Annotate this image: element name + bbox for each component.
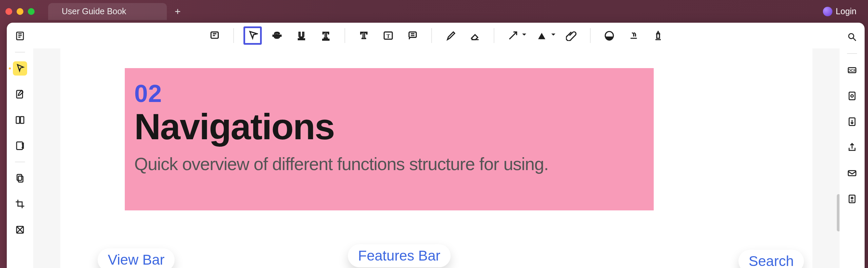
login-button[interactable]: Login	[823, 6, 856, 16]
toolbar-divider	[233, 28, 234, 43]
sidebar-separator	[847, 53, 857, 54]
svg-rect-6	[18, 176, 23, 182]
avatar-icon	[823, 7, 832, 16]
svg-point-16	[851, 197, 853, 199]
traffic-lights	[5, 8, 35, 15]
svg-rect-23	[323, 39, 329, 40]
search-icon[interactable]	[845, 30, 859, 44]
label-features-bar: Features Bar	[348, 244, 451, 267]
toolbar-divider	[494, 28, 494, 43]
bookmark-icon[interactable]	[13, 113, 27, 127]
attachment-icon[interactable]	[562, 26, 580, 45]
attachments-icon[interactable]	[13, 171, 27, 185]
email-icon[interactable]	[845, 166, 859, 180]
login-label: Login	[836, 6, 856, 16]
pencil-icon[interactable]	[441, 26, 460, 45]
redact-icon[interactable]	[649, 26, 667, 45]
page-setup-icon[interactable]	[845, 115, 859, 128]
arrow-icon[interactable]	[504, 26, 522, 45]
svg-rect-3	[20, 117, 24, 123]
ocr-icon[interactable]: OCR	[845, 63, 859, 77]
svg-rect-14	[848, 171, 856, 176]
svg-rect-1	[17, 90, 23, 98]
document-viewport[interactable]: 02 Navigations Quick overview of differe…	[33, 48, 840, 268]
share-icon[interactable]	[845, 141, 859, 154]
svg-text:T: T	[387, 33, 390, 39]
toolbar-divider	[344, 28, 345, 43]
underline-icon[interactable]: U	[292, 26, 311, 45]
chapter-number: 02	[134, 80, 644, 107]
tab-title: User Guide Book	[62, 6, 126, 16]
signature-icon[interactable]	[625, 26, 643, 45]
svg-point-12	[851, 95, 853, 97]
svg-rect-2	[16, 117, 20, 123]
scrollbar-thumb[interactable]	[837, 194, 840, 231]
features-toolbar: S U T T T	[33, 23, 840, 48]
chapter-title: Navigations	[134, 105, 644, 148]
highlighter-icon[interactable]	[243, 26, 262, 45]
toolbar-divider	[590, 28, 591, 43]
sidebar-separator	[15, 52, 25, 53]
svg-rect-5	[17, 174, 22, 181]
svg-text:U: U	[298, 30, 304, 40]
label-search: Search	[738, 250, 804, 268]
more-tools-icon[interactable]	[13, 223, 27, 237]
text-icon[interactable]: T	[355, 26, 373, 45]
chapter-subtitle: Quick overview of different functions st…	[134, 154, 644, 174]
close-window-button[interactable]	[5, 8, 12, 15]
svg-point-8	[849, 34, 854, 39]
maximize-window-button[interactable]	[28, 8, 35, 15]
right-sidebar: OCR	[840, 23, 865, 268]
document-tabs: User Guide Book	[48, 0, 185, 23]
stamp-icon[interactable]	[600, 26, 618, 45]
svg-rect-11	[849, 92, 855, 100]
active-indicator-icon	[8, 67, 12, 70]
shapes-icon[interactable]	[533, 26, 551, 45]
chapter-banner: 02 Navigations Quick overview of differe…	[125, 68, 654, 210]
edit-tool-icon[interactable]	[13, 87, 27, 101]
svg-text:OCR: OCR	[848, 68, 856, 73]
eraser-icon[interactable]	[466, 26, 484, 45]
minimize-window-button[interactable]	[17, 8, 23, 15]
note-icon[interactable]	[205, 26, 224, 45]
textbox-icon[interactable]: T	[379, 26, 397, 45]
svg-rect-4	[17, 142, 23, 150]
label-view-bar: View Bar	[98, 248, 175, 268]
sidebar-separator	[15, 162, 25, 162]
document-page: 02 Navigations Quick overview of differe…	[60, 48, 812, 268]
toolbar-divider	[431, 28, 432, 43]
strikethrough-icon[interactable]: S	[268, 26, 286, 45]
comment-tool-icon[interactable]	[13, 61, 27, 76]
new-tab-button[interactable]	[170, 4, 185, 19]
read-mode-icon[interactable]	[845, 89, 859, 103]
svg-rect-21	[298, 39, 305, 40]
callout-icon[interactable]	[403, 26, 422, 45]
svg-text:T: T	[360, 30, 367, 41]
document-tab-active[interactable]: User Guide Book	[48, 3, 167, 20]
svg-rect-27	[409, 32, 416, 37]
window-chrome: User Guide Book Login	[0, 0, 868, 23]
text-color-icon[interactable]: T	[317, 26, 335, 45]
crop-icon[interactable]	[13, 197, 27, 211]
app-frame: OCR S U T	[7, 23, 865, 268]
thumbnails-icon[interactable]	[13, 29, 27, 43]
print-icon[interactable]	[845, 192, 859, 206]
form-tool-icon[interactable]	[13, 139, 27, 153]
left-sidebar	[7, 23, 33, 268]
